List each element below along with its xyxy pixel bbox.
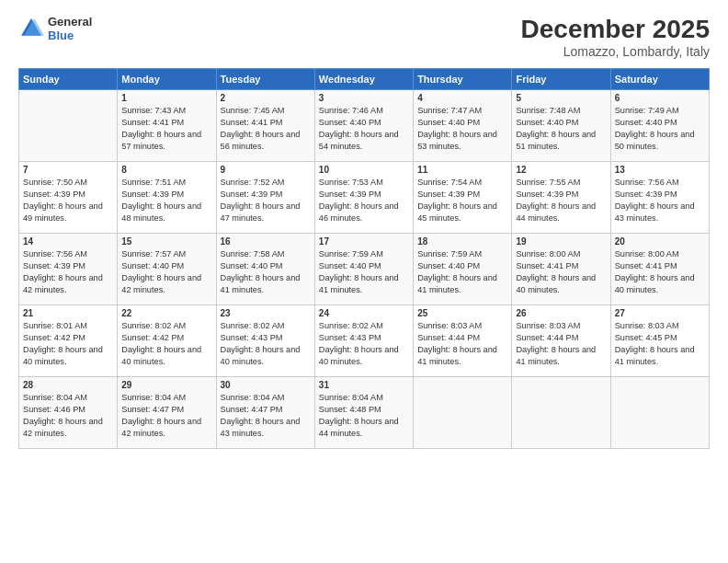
week-row-2: 7 Sunrise: 7:50 AM Sunset: 4:39 PM Dayli…: [19, 162, 710, 234]
logo: General Blue: [18, 15, 92, 42]
day-cell: 7 Sunrise: 7:50 AM Sunset: 4:39 PM Dayli…: [19, 162, 118, 234]
col-sunday: Sunday: [19, 69, 118, 90]
day-cell: [512, 377, 610, 449]
daylight-text: Daylight: 8 hours and 53 minutes.: [417, 130, 497, 151]
sunset-text: Sunset: 4:40 PM: [121, 261, 184, 270]
day-cell: 18 Sunrise: 7:59 AM Sunset: 4:40 PM Dayl…: [414, 234, 512, 305]
sunset-text: Sunset: 4:48 PM: [319, 405, 381, 414]
day-number: 4: [417, 93, 507, 103]
day-number: 28: [23, 380, 113, 390]
day-cell: 28 Sunrise: 8:04 AM Sunset: 4:46 PM Dayl…: [19, 377, 118, 449]
sunset-text: Sunset: 4:40 PM: [417, 118, 480, 127]
col-friday: Friday: [512, 69, 610, 90]
daylight-text: Daylight: 8 hours and 40 minutes.: [516, 273, 596, 294]
sunrise-text: Sunrise: 8:04 AM: [23, 393, 87, 402]
col-saturday: Saturday: [610, 69, 709, 90]
sunset-text: Sunset: 4:39 PM: [23, 261, 85, 270]
daylight-text: Daylight: 8 hours and 47 minutes.: [221, 201, 301, 223]
day-cell: 16 Sunrise: 7:58 AM Sunset: 4:40 PM Dayl…: [216, 234, 314, 305]
calendar-title: December 2025: [521, 15, 710, 44]
day-cell: 12 Sunrise: 7:55 AM Sunset: 4:39 PM Dayl…: [512, 162, 610, 234]
day-cell: 15 Sunrise: 7:57 AM Sunset: 4:40 PM Dayl…: [118, 234, 216, 305]
sunrise-text: Sunrise: 7:51 AM: [121, 178, 186, 187]
sunset-text: Sunset: 4:43 PM: [221, 333, 283, 342]
sunrise-text: Sunrise: 8:01 AM: [23, 321, 87, 330]
day-cell: 25 Sunrise: 8:03 AM Sunset: 4:44 PM Dayl…: [414, 305, 512, 377]
daylight-text: Daylight: 8 hours and 42 minutes.: [121, 417, 201, 438]
logo-text: General Blue: [48, 15, 92, 42]
day-cell: 11 Sunrise: 7:54 AM Sunset: 4:39 PM Dayl…: [414, 162, 512, 234]
day-number: 7: [23, 165, 113, 175]
calendar-subtitle: Lomazzo, Lombardy, Italy: [521, 44, 710, 59]
daylight-text: Daylight: 8 hours and 54 minutes.: [319, 130, 399, 151]
day-cell: 30 Sunrise: 8:04 AM Sunset: 4:47 PM Dayl…: [216, 377, 314, 449]
day-cell: 21 Sunrise: 8:01 AM Sunset: 4:42 PM Dayl…: [19, 305, 118, 377]
daylight-text: Daylight: 8 hours and 48 minutes.: [121, 201, 201, 223]
sunrise-text: Sunrise: 8:04 AM: [221, 393, 285, 402]
daylight-text: Daylight: 8 hours and 57 minutes.: [121, 130, 201, 151]
daylight-text: Daylight: 8 hours and 43 minutes.: [221, 417, 301, 438]
sunrise-text: Sunrise: 7:59 AM: [319, 249, 383, 259]
day-number: 13: [615, 165, 705, 175]
day-cell: [610, 377, 709, 449]
daylight-text: Daylight: 8 hours and 44 minutes.: [319, 417, 399, 438]
sunset-text: Sunset: 4:42 PM: [23, 333, 85, 342]
day-number: 2: [221, 93, 311, 103]
sunset-text: Sunset: 4:39 PM: [221, 190, 283, 199]
day-number: 23: [221, 308, 311, 318]
sunset-text: Sunset: 4:41 PM: [615, 261, 677, 270]
daylight-text: Daylight: 8 hours and 40 minutes.: [23, 345, 103, 366]
sunrise-text: Sunrise: 7:53 AM: [319, 178, 383, 187]
daylight-text: Daylight: 8 hours and 40 minutes.: [121, 345, 201, 366]
day-number: 19: [516, 236, 606, 247]
day-cell: 20 Sunrise: 8:00 AM Sunset: 4:41 PM Dayl…: [610, 234, 709, 305]
sunset-text: Sunset: 4:47 PM: [121, 405, 184, 414]
sunset-text: Sunset: 4:40 PM: [319, 261, 381, 270]
logo-icon: [18, 16, 44, 41]
col-thursday: Thursday: [414, 69, 512, 90]
day-number: 31: [319, 380, 409, 390]
sunset-text: Sunset: 4:40 PM: [417, 261, 480, 270]
day-number: 20: [615, 236, 705, 247]
day-cell: [414, 377, 512, 449]
sunset-text: Sunset: 4:40 PM: [516, 118, 578, 127]
sunrise-text: Sunrise: 7:55 AM: [516, 178, 580, 187]
day-cell: [19, 90, 118, 162]
sunrise-text: Sunrise: 7:43 AM: [121, 106, 186, 115]
sunrise-text: Sunrise: 8:03 AM: [516, 321, 580, 330]
sunrise-text: Sunrise: 7:46 AM: [319, 106, 383, 115]
sunrise-text: Sunrise: 7:58 AM: [221, 249, 285, 259]
sunset-text: Sunset: 4:39 PM: [615, 190, 677, 199]
day-cell: 4 Sunrise: 7:47 AM Sunset: 4:40 PM Dayli…: [414, 90, 512, 162]
sunset-text: Sunset: 4:44 PM: [417, 333, 480, 342]
sunrise-text: Sunrise: 8:02 AM: [121, 321, 186, 330]
daylight-text: Daylight: 8 hours and 43 minutes.: [615, 201, 695, 223]
sunrise-text: Sunrise: 7:59 AM: [417, 249, 482, 259]
daylight-text: Daylight: 8 hours and 42 minutes.: [121, 273, 201, 294]
day-number: 21: [23, 308, 113, 318]
title-block: December 2025 Lomazzo, Lombardy, Italy: [521, 15, 710, 59]
day-cell: 19 Sunrise: 8:00 AM Sunset: 4:41 PM Dayl…: [512, 234, 610, 305]
sunrise-text: Sunrise: 7:45 AM: [221, 106, 285, 115]
day-number: 17: [319, 236, 409, 247]
sunset-text: Sunset: 4:45 PM: [615, 333, 677, 342]
daylight-text: Daylight: 8 hours and 41 minutes.: [319, 273, 399, 294]
day-number: 24: [319, 308, 409, 318]
day-cell: 23 Sunrise: 8:02 AM Sunset: 4:43 PM Dayl…: [216, 305, 314, 377]
col-wednesday: Wednesday: [314, 69, 413, 90]
day-cell: 26 Sunrise: 8:03 AM Sunset: 4:44 PM Dayl…: [512, 305, 610, 377]
day-number: 1: [121, 93, 211, 103]
day-cell: 6 Sunrise: 7:49 AM Sunset: 4:40 PM Dayli…: [610, 90, 709, 162]
sunrise-text: Sunrise: 7:48 AM: [516, 106, 580, 115]
day-number: 18: [417, 236, 507, 247]
day-cell: 13 Sunrise: 7:56 AM Sunset: 4:39 PM Dayl…: [610, 162, 709, 234]
sunrise-text: Sunrise: 7:50 AM: [23, 178, 87, 187]
day-cell: 5 Sunrise: 7:48 AM Sunset: 4:40 PM Dayli…: [512, 90, 610, 162]
sunset-text: Sunset: 4:39 PM: [516, 190, 578, 199]
sunset-text: Sunset: 4:47 PM: [221, 405, 283, 414]
day-cell: 9 Sunrise: 7:52 AM Sunset: 4:39 PM Dayli…: [216, 162, 314, 234]
day-number: 15: [121, 236, 211, 247]
daylight-text: Daylight: 8 hours and 46 minutes.: [319, 201, 399, 223]
day-number: 12: [516, 165, 606, 175]
day-number: 3: [319, 93, 409, 103]
